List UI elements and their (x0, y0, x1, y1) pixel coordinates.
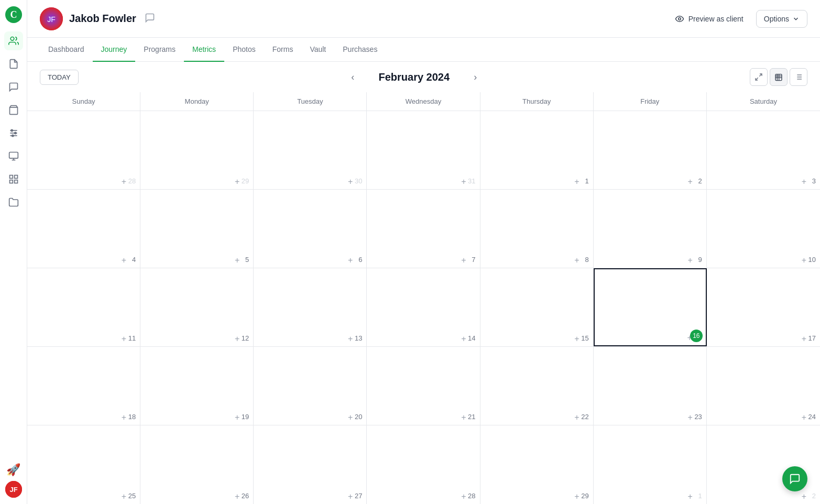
sidebar-user-avatar[interactable]: JF (5, 481, 22, 498)
add-event-2-1[interactable]: + (235, 335, 239, 343)
app-logo[interactable]: C (5, 6, 22, 23)
calendar-cell-3-6[interactable]: +24 (707, 347, 820, 425)
svg-text:JF: JF (9, 486, 17, 494)
sidebar-rocket-icon[interactable]: 🚀 (6, 463, 20, 477)
sidebar-sliders-icon[interactable] (4, 124, 23, 143)
calendar-cell-0-2[interactable]: +30 (254, 111, 367, 189)
user-avatar[interactable]: JF (40, 7, 63, 30)
sidebar-document-icon[interactable] (4, 54, 23, 73)
calendar-cell-1-6[interactable]: +10 (707, 190, 820, 268)
calendar-cell-2-1[interactable]: +12 (140, 268, 254, 346)
calendar-cell-1-2[interactable]: +6 (254, 190, 367, 268)
add-event-4-0[interactable]: + (122, 492, 126, 501)
sidebar-folder-icon[interactable] (4, 193, 23, 212)
add-event-0-4[interactable]: + (574, 178, 579, 186)
calendar-cell-0-1[interactable]: +29 (140, 111, 254, 189)
calendar-cell-4-3[interactable]: +28 (367, 425, 480, 504)
sidebar-chat-icon[interactable] (4, 78, 23, 96)
add-event-0-5[interactable]: + (688, 178, 693, 186)
add-event-4-1[interactable]: + (235, 492, 239, 501)
add-event-4-3[interactable]: + (461, 492, 466, 501)
calendar-cell-2-4[interactable]: +15 (480, 268, 594, 346)
today-button[interactable]: TODAY (40, 70, 79, 85)
add-event-4-5[interactable]: + (688, 492, 693, 501)
calendar-cell-1-0[interactable]: +4 (27, 190, 140, 268)
calendar-cell-3-2[interactable]: +20 (254, 347, 367, 425)
tab-dashboard[interactable]: Dashboard (40, 38, 93, 62)
add-event-2-4[interactable]: + (574, 335, 579, 343)
add-event-2-0[interactable]: + (122, 335, 126, 343)
sidebar-bag-icon[interactable] (4, 101, 23, 119)
calendar-cell-2-2[interactable]: +13 (254, 268, 367, 346)
add-event-0-6[interactable]: + (802, 178, 806, 186)
calendar-list-view-button[interactable] (790, 68, 807, 86)
add-event-1-4[interactable]: + (574, 256, 579, 265)
add-event-3-6[interactable]: + (802, 413, 806, 422)
add-event-1-5[interactable]: + (688, 256, 693, 265)
calendar-cell-0-0[interactable]: +28 (27, 111, 140, 189)
add-event-2-6[interactable]: + (802, 335, 806, 343)
options-button[interactable]: Options (756, 10, 807, 28)
calendar-cell-3-3[interactable]: +21 (367, 347, 480, 425)
tab-metrics[interactable]: Metrics (184, 38, 224, 62)
calendar-cell-2-3[interactable]: +14 (367, 268, 480, 346)
add-event-1-1[interactable]: + (235, 256, 239, 265)
add-event-1-2[interactable]: + (348, 256, 353, 265)
calendar-cell-3-5[interactable]: +23 (594, 347, 707, 425)
tab-vault[interactable]: Vault (301, 38, 334, 62)
add-event-4-4[interactable]: + (574, 492, 579, 501)
sidebar-clients-icon[interactable] (4, 31, 23, 50)
add-event-4-6[interactable]: + (802, 492, 806, 501)
preview-client-button[interactable]: Preview as client (675, 14, 744, 24)
sidebar-grid-icon[interactable] (4, 170, 23, 189)
tab-forms[interactable]: Forms (264, 38, 302, 62)
add-event-3-4[interactable]: + (574, 413, 579, 422)
calendar-cell-1-1[interactable]: +5 (140, 190, 254, 268)
tab-photos[interactable]: Photos (224, 38, 264, 62)
calendar-cell-4-4[interactable]: +29 (480, 425, 594, 504)
calendar-cell-1-3[interactable]: +7 (367, 190, 480, 268)
calendar-cell-2-5[interactable]: +16 (594, 268, 707, 346)
calendar-cell-1-4[interactable]: +8 (480, 190, 594, 268)
add-event-4-2[interactable]: + (348, 492, 353, 501)
message-icon[interactable] (145, 13, 155, 25)
calendar-cell-2-6[interactable]: +17 (707, 268, 820, 346)
calendar-cell-4-5[interactable]: +1 (594, 425, 707, 504)
calendar-cell-4-2[interactable]: +27 (254, 425, 367, 504)
add-event-3-1[interactable]: + (235, 413, 239, 422)
calendar-cell-4-6[interactable]: +2 (707, 425, 820, 504)
calendar-cell-2-0[interactable]: +11 (27, 268, 140, 346)
sidebar-monitor-icon[interactable] (4, 147, 23, 166)
add-event-3-0[interactable]: + (122, 413, 126, 422)
calendar-cell-0-6[interactable]: +3 (707, 111, 820, 189)
prev-month-button[interactable]: ‹ (347, 70, 358, 85)
calendar-cell-1-5[interactable]: +9 (594, 190, 707, 268)
calendar-cell-0-3[interactable]: +31 (367, 111, 480, 189)
add-event-1-6[interactable]: + (802, 256, 806, 265)
calendar-cell-3-0[interactable]: +18 (27, 347, 140, 425)
add-event-2-3[interactable]: + (461, 335, 466, 343)
calendar-cell-4-1[interactable]: +26 (140, 425, 254, 504)
calendar-grid-view-button[interactable] (770, 68, 788, 86)
chat-bubble-button[interactable] (782, 466, 807, 491)
add-event-0-2[interactable]: + (348, 178, 353, 186)
tab-programs[interactable]: Programs (135, 38, 184, 62)
add-event-0-0[interactable]: + (122, 178, 126, 186)
add-event-3-3[interactable]: + (461, 413, 466, 422)
calendar-cell-4-0[interactable]: +25 (27, 425, 140, 504)
expand-view-button[interactable] (750, 68, 768, 86)
add-event-1-3[interactable]: + (461, 256, 466, 265)
next-month-button[interactable]: › (469, 70, 481, 85)
add-event-3-5[interactable]: + (688, 413, 693, 422)
add-event-1-0[interactable]: + (122, 256, 126, 265)
calendar-cell-3-1[interactable]: +19 (140, 347, 254, 425)
calendar-cell-0-4[interactable]: +1 (480, 111, 594, 189)
add-event-2-2[interactable]: + (348, 335, 353, 343)
add-event-0-3[interactable]: + (461, 178, 466, 186)
add-event-0-1[interactable]: + (235, 178, 239, 186)
tab-purchases[interactable]: Purchases (334, 38, 386, 62)
add-event-3-2[interactable]: + (348, 413, 353, 422)
calendar-cell-0-5[interactable]: +2 (594, 111, 707, 189)
tab-journey[interactable]: Journey (93, 38, 136, 62)
calendar-cell-3-4[interactable]: +22 (480, 347, 594, 425)
